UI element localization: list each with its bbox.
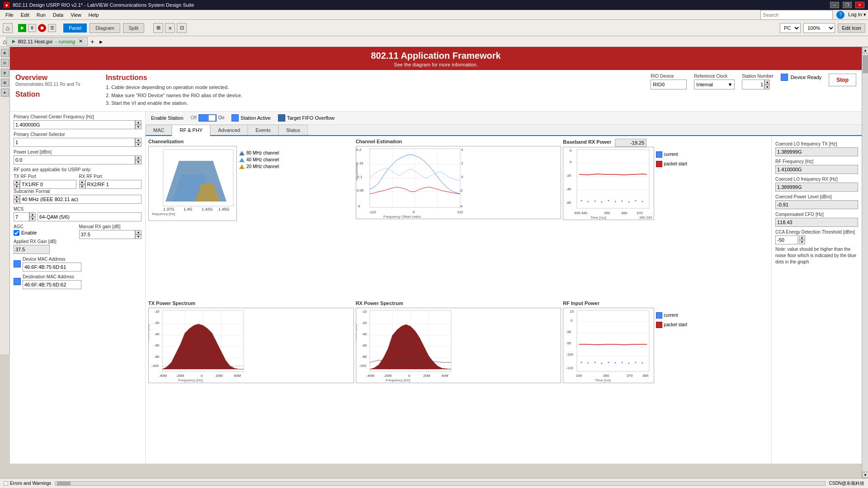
station-number-down[interactable]: ▼ <box>764 84 770 89</box>
edit-icon-button[interactable]: Edit Icon <box>838 23 865 33</box>
y-0: 0 <box>570 160 572 164</box>
y-m20: -20 <box>566 174 571 178</box>
horizontal-scroll-thumb[interactable] <box>57 482 71 485</box>
manual-rx-gain-up[interactable]: ▲ <box>135 230 142 235</box>
panel-tab[interactable]: Panel <box>63 23 87 33</box>
agc-enable-checkbox[interactable] <box>14 230 19 236</box>
device-mac-input[interactable] <box>23 263 81 272</box>
primary-freq-up[interactable]: ▲ <box>135 120 142 125</box>
primary-freq-input[interactable] <box>14 120 135 129</box>
restore-button[interactable]: ❐ <box>843 2 852 8</box>
horizontal-scrollbar[interactable] <box>55 481 825 486</box>
legend-80mhz-label: 80 MHz channel <box>246 150 279 155</box>
status-bar: Errors and Warnings CSDN@东视科技 <box>0 478 868 488</box>
station-number-group: Station Number ▲ ▼ <box>742 74 773 89</box>
rfx-335: 335 <box>576 374 582 378</box>
stop-run-button[interactable] <box>38 24 46 32</box>
file-tab[interactable]: 802.11 Host.gvi - running ✕ <box>6 37 88 46</box>
rf-scatter-6 <box>615 362 616 363</box>
station-number-input[interactable] <box>742 80 764 89</box>
help-button[interactable]: ? <box>836 11 844 19</box>
phase-label-m4: -4 <box>459 204 463 208</box>
run-button[interactable] <box>18 24 26 32</box>
pause-button[interactable]: ⏸ <box>28 24 36 32</box>
tab-nav-button[interactable]: ▸ <box>97 37 105 46</box>
close-button[interactable]: ✕ <box>855 2 864 8</box>
subcarrier-up[interactable]: ▲ <box>14 195 20 199</box>
mcs-name-input[interactable] <box>38 212 142 221</box>
mcs-down[interactable]: ▼ <box>29 217 36 221</box>
channelization-content: 1.37G 1.4G 1.42G 1.45G frequency [Hz] <box>148 146 354 221</box>
scroll-up-button[interactable]: ▲ <box>862 47 868 53</box>
tx-rf-up[interactable]: ▲ <box>14 180 20 184</box>
zoom-select[interactable]: 100% <box>803 23 835 33</box>
sidebar-icon-1[interactable]: ⊕ <box>1 49 9 57</box>
tab-events[interactable]: Events <box>248 125 278 135</box>
errors-warnings-section: Errors and Warnings <box>4 481 51 486</box>
power-level-up[interactable]: ▲ <box>135 155 142 160</box>
power-level-down[interactable]: ▼ <box>135 160 142 164</box>
mcs-value-input[interactable] <box>14 212 29 221</box>
manual-rx-gain-input[interactable] <box>79 230 136 239</box>
agc-label: AGC <box>14 224 76 229</box>
cca-threshold-input[interactable] <box>775 235 798 244</box>
minimize-button[interactable]: ─ <box>830 2 839 8</box>
add-tab-button[interactable]: + <box>88 37 97 46</box>
split-tab[interactable]: Split <box>123 23 144 33</box>
dest-mac-input[interactable] <box>23 280 81 289</box>
enable-station-toggle[interactable]: Off On <box>191 114 225 122</box>
search-input[interactable] <box>760 10 833 20</box>
subcarrier-format-input[interactable] <box>20 195 142 204</box>
channel-selector-input[interactable] <box>14 138 135 147</box>
title-bar-right: ─ ❐ ✕ <box>830 2 864 8</box>
primary-freq-down[interactable]: ▼ <box>135 125 142 129</box>
sidebar-icon-3[interactable]: ⊚ <box>1 69 9 77</box>
mcs-up[interactable]: ▲ <box>29 212 36 217</box>
subcarrier-down[interactable]: ▼ <box>14 199 20 204</box>
power-level-input[interactable] <box>14 155 135 164</box>
distribute-button[interactable]: ≡ <box>165 23 175 33</box>
cca-up[interactable]: ▲ <box>799 235 805 240</box>
resize-button[interactable]: ⊡ <box>177 23 187 33</box>
target-select[interactable]: PC <box>780 23 801 33</box>
file-tab-close[interactable]: ✕ <box>79 38 83 44</box>
rx-0: 0 <box>408 374 410 378</box>
tx-rf-input[interactable] <box>20 180 76 189</box>
channel-selector-up[interactable]: ▲ <box>135 138 142 142</box>
menu-view[interactable]: View <box>67 11 85 19</box>
station-number-up[interactable]: ▲ <box>764 80 770 84</box>
baseband-rx-header: Baseband RX Power -19.25 <box>563 139 769 147</box>
sidebar-icon-4[interactable]: ⚙ <box>1 79 9 87</box>
menu-edit[interactable]: Edit <box>17 11 33 19</box>
tab-rf-phy[interactable]: RF & PHY <box>172 125 210 136</box>
file-tab-home[interactable]: ⌂ <box>3 38 6 45</box>
tab-advanced[interactable]: Advanced <box>210 125 248 135</box>
y-m60: -60 <box>566 201 571 205</box>
sidebar-icon-5[interactable]: ✦ <box>1 89 9 97</box>
channel-selector-down[interactable]: ▼ <box>135 142 142 147</box>
cca-down[interactable]: ▼ <box>799 240 805 244</box>
tx-rf-down[interactable]: ▼ <box>14 184 20 189</box>
menu-file[interactable]: File <box>2 11 17 19</box>
diagram-tab[interactable]: Diagram <box>90 23 120 33</box>
rx-rf-input[interactable] <box>85 180 142 189</box>
align-button[interactable]: ⊞ <box>153 23 163 33</box>
tab-status[interactable]: Status <box>278 125 308 135</box>
menu-data[interactable]: Data <box>49 11 67 19</box>
toggle-knob <box>208 115 216 121</box>
rio-device-input[interactable] <box>651 80 687 89</box>
scroll-down-button[interactable]: ▼ <box>862 472 868 478</box>
manual-rx-gain-down[interactable]: ▼ <box>135 235 142 239</box>
scroll-thumb[interactable] <box>863 55 868 73</box>
ref-clock-dropdown[interactable]: Internal ▼ <box>694 80 735 89</box>
menu-run[interactable]: Run <box>33 11 49 19</box>
stop-button[interactable]: Stop <box>829 74 856 86</box>
home-button[interactable]: ⌂ <box>3 23 13 33</box>
rx-rf-up[interactable]: ▲ <box>79 180 85 184</box>
sidebar-icon-2[interactable]: ⊙ <box>1 59 9 67</box>
menu-help[interactable]: Help <box>85 11 103 19</box>
tab-mac[interactable]: MAC <box>146 125 172 135</box>
vertical-scrollbar[interactable]: ▲ ▼ <box>862 47 868 478</box>
debug-button[interactable]: ☰ <box>48 24 56 32</box>
rx-rf-down[interactable]: ▼ <box>79 184 85 189</box>
